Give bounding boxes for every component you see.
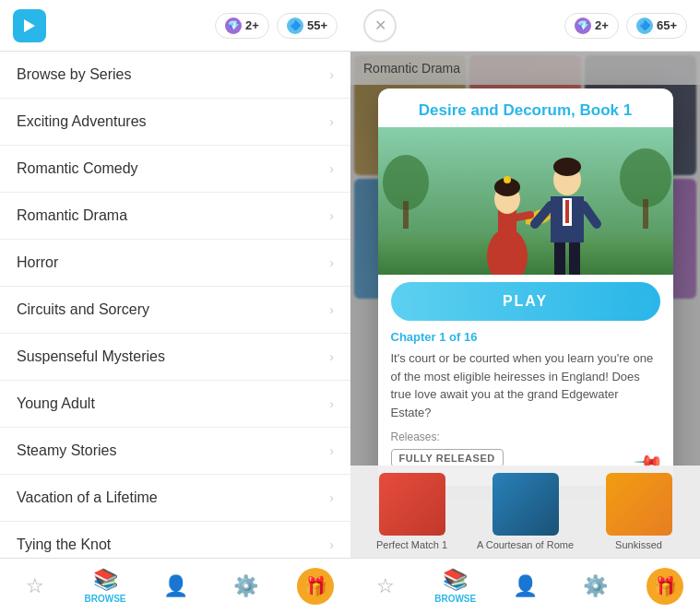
menu-item-label: Browse by Series bbox=[17, 66, 132, 83]
svg-marker-0 bbox=[24, 19, 35, 32]
modal-card: Desire and Decorum, Book 1 bbox=[378, 88, 673, 486]
menu-item[interactable]: Circuits and Sorcery › bbox=[0, 287, 350, 334]
fully-released-badge: FULLY RELEASED bbox=[391, 449, 504, 467]
play-button[interactable]: PLAY bbox=[391, 282, 660, 321]
chapter-label: Chapter 1 of 16 bbox=[391, 330, 660, 344]
right-nav-settings[interactable]: ⚙️ bbox=[560, 574, 630, 598]
coin-icon: 🔷 bbox=[287, 18, 303, 34]
profile-icon: 👤 bbox=[163, 574, 188, 598]
header-badges: 💎 2+ 🔷 55+ bbox=[215, 13, 338, 39]
thumb-image bbox=[492, 473, 559, 536]
chevron-right-icon: › bbox=[329, 302, 334, 317]
chevron-right-icon: › bbox=[329, 349, 334, 364]
menu-item[interactable]: Romantic Comedy › bbox=[0, 146, 350, 193]
right-panel: ✕ 💎 2+ 🔷 65+ R bbox=[350, 0, 700, 613]
modal-cover bbox=[378, 127, 673, 275]
menu-item[interactable]: Romantic Drama › bbox=[0, 193, 350, 240]
chevron-right-icon: › bbox=[329, 114, 334, 129]
gift-icon: 🎁 bbox=[297, 568, 334, 605]
right-gift-icon: 🎁 bbox=[647, 568, 683, 605]
right-coins-badge: 🔷 65+ bbox=[626, 13, 687, 39]
thumbnail-item[interactable]: Perfect Match 1 bbox=[358, 473, 466, 550]
right-content: Romantic Drama Desire and Decorum, Book … bbox=[350, 52, 700, 558]
chevron-right-icon: › bbox=[329, 537, 334, 552]
right-profile-icon: 👤 bbox=[513, 574, 538, 598]
nav-browse[interactable]: 📚 BROWSE bbox=[70, 568, 140, 604]
chevron-right-icon: › bbox=[329, 161, 334, 176]
nav-gift[interactable]: 🎁 bbox=[280, 568, 350, 605]
svg-rect-3 bbox=[403, 201, 409, 229]
chevron-right-icon: › bbox=[329, 67, 334, 82]
svg-line-13 bbox=[507, 215, 530, 219]
releases-label: Releases: bbox=[391, 430, 660, 443]
right-gems-badge: 💎 2+ bbox=[564, 13, 619, 39]
thumb-label: A Courtesan of Rome bbox=[477, 539, 574, 550]
gems-badge: 💎 2+ bbox=[215, 13, 269, 39]
chevron-right-icon: › bbox=[329, 396, 334, 411]
left-bottom-nav: ☆ 📚 BROWSE 👤 ⚙️ 🎁 bbox=[0, 558, 350, 613]
menu-item-label: Horror bbox=[17, 254, 58, 271]
right-bottom-nav: ☆ 📚 BROWSE 👤 ⚙️ 🎁 bbox=[350, 558, 700, 613]
menu-item[interactable]: Horror › bbox=[0, 240, 350, 287]
menu-item[interactable]: Exciting Adventures › bbox=[0, 99, 350, 146]
right-header-badges: 💎 2+ 🔷 65+ bbox=[564, 13, 687, 39]
gem-icon: 💎 bbox=[225, 18, 242, 34]
menu-list: Browse by Series › Exciting Adventures ›… bbox=[0, 52, 350, 558]
right-browse-icon: 📚 bbox=[443, 568, 468, 592]
right-settings-icon: ⚙️ bbox=[583, 574, 608, 598]
menu-item[interactable]: Suspenseful Mysteries › bbox=[0, 334, 350, 381]
settings-icon: ⚙️ bbox=[233, 574, 258, 598]
star-icon: ☆ bbox=[26, 574, 44, 598]
app-logo bbox=[13, 9, 46, 42]
thumb-image bbox=[606, 473, 672, 536]
menu-item-label: Romantic Comedy bbox=[17, 160, 138, 177]
modal-title: Desire and Decorum, Book 1 bbox=[378, 88, 673, 120]
menu-item[interactable]: Steamy Stories › bbox=[0, 428, 350, 475]
chapter-description: It's court or be courted when you learn … bbox=[391, 349, 660, 421]
right-star-icon: ☆ bbox=[376, 574, 395, 598]
thumb-image bbox=[379, 473, 445, 536]
thumbnail-item[interactable]: A Courtesan of Rome bbox=[471, 473, 579, 550]
menu-item-label: Vacation of a Lifetime bbox=[17, 489, 158, 506]
bottom-thumbnails: Perfect Match 1 A Courtesan of Rome Sunk… bbox=[350, 466, 700, 558]
right-nav-browse[interactable]: 📚 BROWSE bbox=[421, 568, 491, 604]
svg-rect-5 bbox=[643, 199, 648, 229]
menu-item-label: Steamy Stories bbox=[17, 442, 116, 459]
menu-item[interactable]: Tying the Knot › bbox=[0, 522, 350, 558]
nav-favorites[interactable]: ☆ bbox=[0, 574, 70, 598]
thumb-label: Sunkissed bbox=[615, 539, 662, 550]
chevron-right-icon: › bbox=[329, 490, 334, 505]
menu-item-label: Tying the Knot bbox=[17, 536, 111, 553]
menu-item[interactable]: Young Adult › bbox=[0, 381, 350, 428]
close-button[interactable]: ✕ bbox=[363, 9, 397, 42]
right-browse-label: BROWSE bbox=[434, 594, 476, 604]
right-nav-favorites[interactable]: ☆ bbox=[350, 574, 421, 598]
svg-rect-14 bbox=[554, 238, 565, 275]
right-header: ✕ 💎 2+ 🔷 65+ bbox=[350, 0, 700, 52]
right-nav-profile[interactable]: 👤 bbox=[491, 574, 561, 598]
chevron-right-icon: › bbox=[329, 255, 334, 270]
chevron-right-icon: › bbox=[329, 443, 334, 458]
nav-profile[interactable]: 👤 bbox=[140, 574, 210, 598]
thumb-label: Perfect Match 1 bbox=[376, 539, 447, 550]
menu-item-label: Romantic Drama bbox=[17, 207, 127, 224]
right-gem-icon: 💎 bbox=[575, 18, 591, 34]
browse-icon: 📚 bbox=[93, 568, 118, 592]
browse-label: BROWSE bbox=[85, 594, 126, 604]
thumbnail-item[interactable]: Sunkissed bbox=[585, 473, 693, 550]
left-panel: 💎 2+ 🔷 55+ Browse by Series › Exciting A… bbox=[0, 0, 350, 613]
nav-settings[interactable]: ⚙️ bbox=[210, 574, 280, 598]
coins-badge: 🔷 55+ bbox=[277, 13, 338, 39]
menu-item[interactable]: Vacation of a Lifetime › bbox=[0, 475, 350, 522]
menu-item[interactable]: Browse by Series › bbox=[0, 52, 350, 99]
svg-point-11 bbox=[504, 176, 511, 183]
svg-rect-15 bbox=[569, 238, 580, 275]
right-nav-gift[interactable]: 🎁 bbox=[630, 568, 700, 605]
chapter-info: Chapter 1 of 16 It's court or be courted… bbox=[378, 330, 673, 467]
menu-item-label: Exciting Adventures bbox=[17, 113, 147, 130]
menu-item-label: Circuits and Sorcery bbox=[17, 301, 149, 318]
svg-point-20 bbox=[553, 158, 581, 176]
chevron-right-icon: › bbox=[329, 208, 334, 223]
left-header: 💎 2+ 🔷 55+ bbox=[0, 0, 350, 52]
svg-point-4 bbox=[620, 148, 671, 207]
